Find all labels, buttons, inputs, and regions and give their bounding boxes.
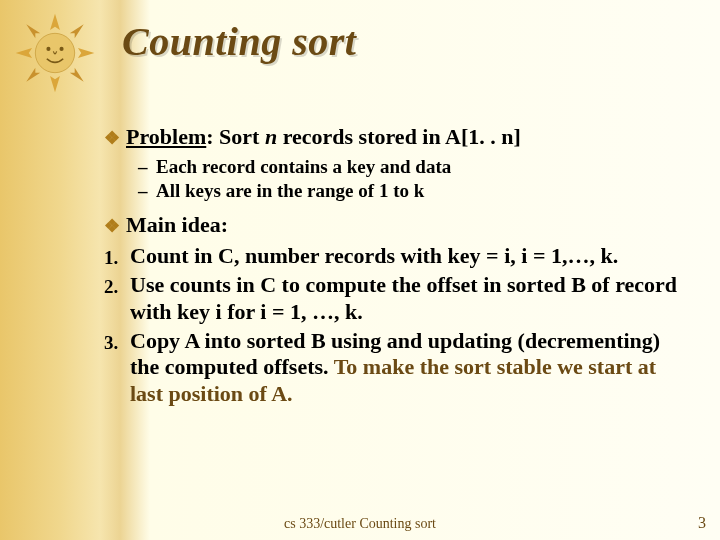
dash-marker: – bbox=[138, 179, 156, 203]
svg-marker-4 bbox=[26, 24, 40, 38]
dash-marker: – bbox=[138, 155, 156, 179]
sub-bullet-1-text: Each record contains a key and data bbox=[156, 155, 451, 179]
slide-footer: cs 333/cutler Counting sort bbox=[0, 516, 720, 532]
step-1-pre: Count in C, number records with bbox=[130, 243, 448, 268]
svg-point-10 bbox=[60, 47, 64, 51]
sun-icon bbox=[14, 12, 96, 94]
problem-rest: : Sort n records stored in A[1. . n] bbox=[206, 124, 521, 149]
step-2: 2. Use counts in C to compute the offset… bbox=[104, 272, 684, 326]
svg-marker-0 bbox=[50, 14, 60, 30]
sub-bullet-2-text: All keys are in the range of 1 to k bbox=[156, 179, 424, 203]
page-number: 3 bbox=[698, 514, 706, 532]
main-idea-text: Main idea: bbox=[126, 212, 684, 239]
svg-marker-5 bbox=[70, 24, 84, 38]
svg-marker-7 bbox=[70, 68, 84, 82]
sub-bullet-2: – All keys are in the range of 1 to k bbox=[138, 179, 684, 203]
bullet-problem: ❖ Problem: Sort n records stored in A[1.… bbox=[104, 124, 684, 151]
svg-marker-6 bbox=[26, 68, 40, 82]
slide: Counting sort ❖ Problem: Sort n records … bbox=[0, 0, 720, 540]
step-1: 1. Count in C, number records with key =… bbox=[104, 243, 684, 270]
step-1-em1: key = i bbox=[448, 243, 511, 268]
svg-marker-1 bbox=[50, 76, 60, 92]
step-3-text: Copy A into sorted B using and updating … bbox=[130, 328, 684, 408]
svg-point-8 bbox=[35, 33, 74, 72]
svg-marker-2 bbox=[16, 48, 32, 58]
sub-bullet-1: – Each record contains a key and data bbox=[138, 155, 684, 179]
step-1-mid: , bbox=[510, 243, 521, 268]
step-3: 3. Copy A into sorted B using and updati… bbox=[104, 328, 684, 408]
problem-label: Problem bbox=[126, 124, 206, 149]
bullet-marker: ❖ bbox=[104, 124, 126, 150]
step-1-text: Count in C, number records with key = i,… bbox=[130, 243, 684, 270]
bullet-marker: ❖ bbox=[104, 212, 126, 238]
step-2-text: Use counts in C to compute the offset in… bbox=[130, 272, 684, 326]
bullet-main-idea: ❖ Main idea: bbox=[104, 212, 684, 239]
step-1-em2: i = 1,…, k bbox=[521, 243, 612, 268]
step-2-num: 2. bbox=[104, 272, 130, 298]
svg-point-9 bbox=[46, 47, 50, 51]
slide-body: ❖ Problem: Sort n records stored in A[1.… bbox=[104, 124, 684, 408]
step-1-post: . bbox=[613, 243, 619, 268]
svg-marker-3 bbox=[78, 48, 94, 58]
step-1-num: 1. bbox=[104, 243, 130, 269]
slide-title: Counting sort bbox=[122, 18, 356, 65]
step-3-num: 3. bbox=[104, 328, 130, 354]
bullet-problem-text: Problem: Sort n records stored in A[1. .… bbox=[126, 124, 684, 151]
